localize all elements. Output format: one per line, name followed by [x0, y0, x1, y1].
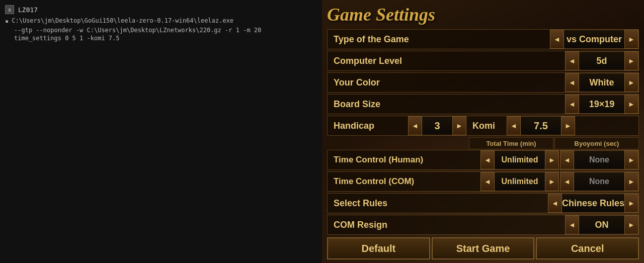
time-com-total-left-btn[interactable]: ◄ [480, 172, 495, 191]
terminal-cmd-line1: --gtp --noponder -w C:\Users\jm\Desktop\… [5, 27, 317, 34]
time-control-human-row: Time Control (Human) ◄ Unlimited ► ◄ Non… [327, 150, 639, 170]
folder-icon: ▪ [5, 18, 9, 25]
terminal-panel: x LZ017 ▪ C:\Users\jm\Desktop\GoGui150\l… [0, 0, 322, 263]
terminal-title: LZ017 [18, 6, 38, 14]
board-size-value: 19×19 [579, 95, 624, 114]
your-color-label: Your Color [328, 77, 565, 88]
computer-level-left-btn[interactable]: ◄ [565, 51, 579, 70]
type-of-game-right-btn[interactable]: ► [624, 30, 638, 49]
select-rules-left-btn[interactable]: ◄ [548, 194, 562, 213]
select-rules-row: Select Rules ◄ Chinese Rules ► [327, 193, 639, 213]
type-of-game-left-btn[interactable]: ◄ [550, 30, 564, 49]
time-com-byoyomi-control: ◄ None ► [560, 172, 638, 191]
handicap-value: 3 [422, 116, 452, 135]
type-of-game-row: Type of the Game ◄ vs Computer ► [327, 29, 639, 49]
time-human-total-left-btn[interactable]: ◄ [480, 150, 495, 169]
computer-level-row: Computer Level ◄ 5d ► [327, 51, 639, 71]
handicap-control: ◄ 3 ► [408, 116, 466, 135]
your-color-value: White [579, 73, 624, 92]
select-rules-right-btn[interactable]: ► [624, 194, 638, 213]
default-button[interactable]: Default [327, 237, 430, 259]
time-com-total-right-btn[interactable]: ► [545, 172, 559, 191]
com-resign-value: ON [579, 215, 624, 234]
time-com-controls: ◄ Unlimited ► ◄ None ► [480, 172, 638, 191]
start-game-button[interactable]: Start Game [432, 237, 535, 259]
terminal-path: C:\Users\jm\Desktop\GoGui150\leela-zero-… [12, 17, 233, 24]
time-control-human-label: Time Control (Human) [328, 155, 480, 165]
komi-left-btn[interactable]: ◄ [507, 116, 521, 135]
settings-title: Game Settings [327, 4, 639, 25]
cancel-button[interactable]: Cancel [536, 237, 639, 259]
komi-value: 7.5 [521, 116, 561, 135]
select-rules-label: Select Rules [328, 198, 548, 209]
time-com-total-value: Unlimited [495, 172, 545, 191]
time-control-com-row: Time Control (COM) ◄ Unlimited ► ◄ None … [327, 171, 639, 192]
time-header-total: Total Time (min) [469, 137, 553, 149]
com-resign-control: ◄ ON ► [565, 215, 638, 234]
board-size-label: Board Size [328, 99, 565, 110]
board-size-control: ◄ 19×19 ► [565, 95, 638, 114]
time-com-byoyomi-right-btn[interactable]: ► [624, 172, 638, 191]
komi-label: Komi [466, 121, 507, 131]
close-label: x [8, 7, 12, 13]
time-human-total-control: ◄ Unlimited ► [480, 150, 559, 169]
computer-level-control: ◄ 5d ► [565, 51, 638, 70]
com-resign-row: COM Resign ◄ ON ► [327, 215, 639, 235]
type-of-game-value: vs Computer [564, 30, 624, 49]
computer-level-value: 5d [579, 51, 624, 70]
time-com-total-control: ◄ Unlimited ► [480, 172, 559, 191]
time-com-byoyomi-value: None [574, 172, 624, 191]
handicap-right-btn[interactable]: ► [452, 116, 466, 135]
time-control-com-label: Time Control (COM) [328, 177, 480, 187]
com-resign-right-btn[interactable]: ► [624, 215, 638, 234]
time-human-total-value: Unlimited [495, 150, 545, 169]
computer-level-label: Computer Level [328, 56, 565, 66]
terminal-top-bar: x LZ017 [5, 5, 317, 14]
handicap-label: Handicap [328, 121, 408, 131]
select-rules-value: Chinese Rules [562, 194, 624, 213]
terminal-close-button[interactable]: x [5, 5, 14, 14]
computer-level-right-btn[interactable]: ► [624, 51, 638, 70]
settings-panel: Game Settings Type of the Game ◄ vs Comp… [322, 0, 644, 263]
com-resign-left-btn[interactable]: ◄ [565, 215, 579, 234]
time-header-row: Total Time (min) Byoyomi (sec) [327, 137, 639, 149]
your-color-right-btn[interactable]: ► [624, 73, 638, 92]
bottom-buttons: Default Start Game Cancel [327, 237, 639, 259]
komi-control: ◄ 7.5 ► [507, 116, 575, 135]
time-header-byoyomi: Byoyomi (sec) [554, 137, 639, 149]
handicap-left-btn[interactable]: ◄ [408, 116, 422, 135]
terminal-cmd-line2: time_settings 0 5 1 -komi 7.5 [5, 35, 317, 42]
type-of-game-control: ◄ vs Computer ► [550, 30, 638, 49]
your-color-left-btn[interactable]: ◄ [565, 73, 579, 92]
board-size-left-btn[interactable]: ◄ [565, 95, 579, 114]
time-human-byoyomi-right-btn[interactable]: ► [624, 150, 638, 169]
terminal-path-row: ▪ C:\Users\jm\Desktop\GoGui150\leela-zer… [5, 17, 317, 25]
komi-right-btn[interactable]: ► [561, 116, 575, 135]
time-human-byoyomi-left-btn[interactable]: ◄ [560, 150, 574, 169]
time-human-byoyomi-control: ◄ None ► [560, 150, 638, 169]
board-size-right-btn[interactable]: ► [624, 95, 638, 114]
your-color-control: ◄ White ► [565, 73, 638, 92]
time-com-byoyomi-left-btn[interactable]: ◄ [560, 172, 574, 191]
settings-content: Game Settings Type of the Game ◄ vs Comp… [322, 0, 644, 263]
select-rules-control: ◄ Chinese Rules ► [548, 194, 638, 213]
time-human-controls: ◄ Unlimited ► ◄ None ► [480, 150, 638, 169]
handicap-komi-row: Handicap ◄ 3 ► Komi ◄ 7.5 ► [327, 116, 639, 136]
com-resign-label: COM Resign [328, 220, 565, 230]
type-of-game-label: Type of the Game [328, 34, 550, 45]
time-human-byoyomi-value: None [574, 150, 624, 169]
board-size-row: Board Size ◄ 19×19 ► [327, 94, 639, 114]
your-color-row: Your Color ◄ White ► [327, 72, 639, 93]
time-human-total-right-btn[interactable]: ► [545, 150, 559, 169]
